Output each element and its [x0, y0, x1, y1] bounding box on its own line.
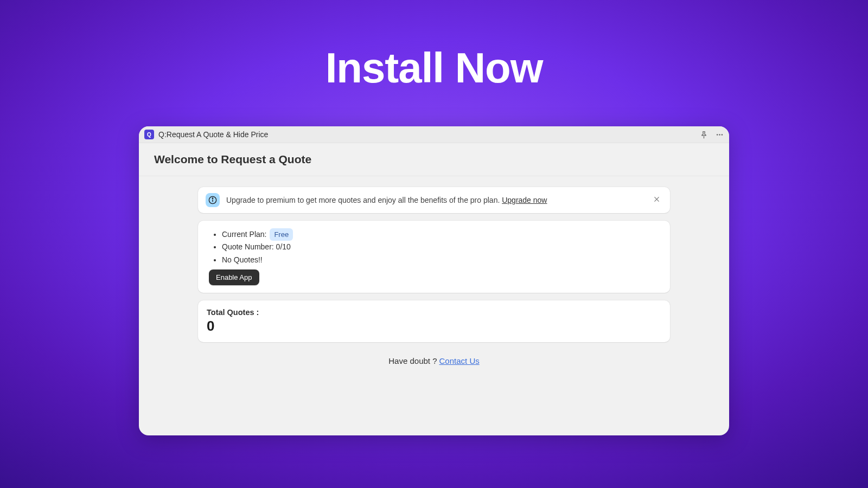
plan-card: Current Plan: Free Quote Number: 0/10 No… [198, 221, 670, 293]
page-title: Welcome to Request a Quote [154, 153, 714, 166]
enable-app-button[interactable]: Enable App [209, 269, 259, 285]
plan-no-quotes: No Quotes!! [222, 254, 662, 266]
banner-message: Upgrade to premium to get more quotes an… [226, 196, 502, 204]
headline: Install Now [326, 43, 543, 93]
page-header: Welcome to Request a Quote [139, 143, 729, 176]
svg-point-2 [722, 134, 723, 136]
titlebar-actions [700, 131, 724, 139]
plan-current-label: Current Plan: [222, 230, 266, 239]
svg-point-5 [212, 198, 213, 198]
total-quotes-card: Total Quotes : 0 [198, 300, 670, 342]
contact-link[interactable]: Contact Us [439, 356, 480, 365]
content: Upgrade to premium to get more quotes an… [139, 176, 729, 435]
app-icon: Q [144, 130, 154, 139]
info-icon [206, 193, 220, 207]
contact-text: Have doubt ? [388, 356, 437, 365]
svg-point-0 [717, 134, 718, 136]
upgrade-link[interactable]: Upgrade now [502, 196, 547, 204]
titlebar-title: Q:Request A Quote & Hide Price [158, 130, 268, 139]
more-icon[interactable] [716, 131, 724, 139]
total-quotes-label: Total Quotes : [207, 308, 661, 317]
banner-text: Upgrade to premium to get more quotes an… [226, 196, 644, 204]
plan-current: Current Plan: Free [222, 228, 662, 241]
contact-row: Have doubt ? Contact Us [388, 356, 479, 365]
titlebar: Q Q:Request A Quote & Hide Price [139, 126, 729, 143]
upgrade-banner: Upgrade to premium to get more quotes an… [198, 187, 670, 213]
plan-badge: Free [270, 228, 293, 241]
close-icon[interactable] [651, 193, 662, 207]
app-window: Q Q:Request A Quote & Hide Price Welcome… [139, 126, 729, 435]
app-icon-letter: Q [147, 132, 151, 138]
svg-point-1 [719, 134, 720, 136]
plan-quote-number: Quote Number: 0/10 [222, 241, 662, 253]
plan-list: Current Plan: Free Quote Number: 0/10 No… [222, 228, 662, 266]
total-quotes-value: 0 [207, 318, 661, 335]
pin-icon[interactable] [700, 131, 708, 139]
